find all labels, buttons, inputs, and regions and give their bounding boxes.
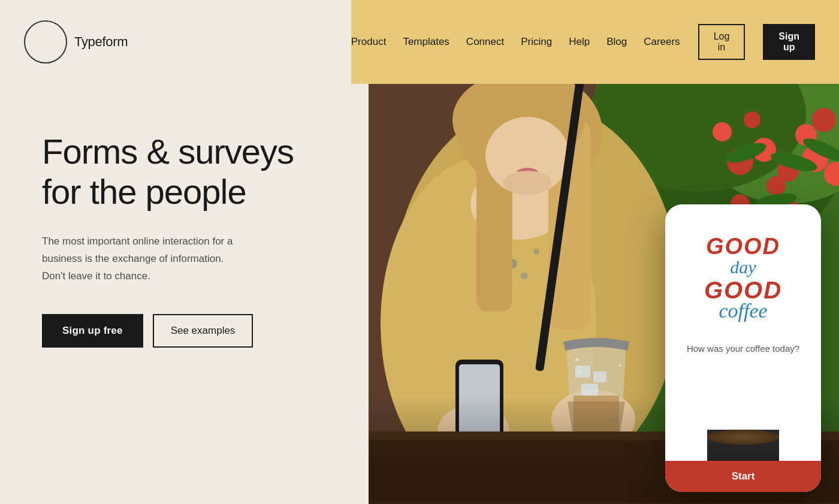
start-button[interactable]: Start: [665, 461, 821, 492]
nav-item-pricing[interactable]: Pricing: [521, 36, 552, 48]
nav-item-templates[interactable]: Templates: [403, 36, 449, 48]
nav-link-help[interactable]: Help: [569, 36, 590, 47]
svg-point-13: [744, 111, 760, 128]
survey-question: How was your coffee today?: [687, 343, 799, 354]
logo[interactable]: Typeform: [24, 20, 128, 64]
nav-item-blog[interactable]: Blog: [606, 36, 627, 48]
svg-point-9: [766, 176, 786, 195]
hero-cta-group: Sign up free See examples: [42, 314, 333, 348]
svg-point-48: [578, 370, 581, 373]
brand-line1: GOOD: [706, 234, 780, 259]
nav-link-connect[interactable]: Connect: [466, 36, 504, 47]
nav-item-connect[interactable]: Connect: [466, 36, 504, 48]
svg-point-49: [619, 364, 622, 367]
nav-item-careers[interactable]: Careers: [644, 36, 680, 48]
brand-line4: coffee: [719, 300, 767, 322]
nav-link-product[interactable]: Product: [351, 36, 387, 47]
see-examples-button[interactable]: See examples: [153, 314, 253, 348]
svg-point-47: [575, 358, 579, 361]
svg-point-27: [533, 249, 539, 255]
header-left: Typeform: [0, 0, 351, 84]
nav-item-product[interactable]: Product: [351, 36, 387, 48]
brand-name: Typeform: [74, 34, 128, 50]
hero-title: Forms & surveys for the people: [42, 132, 333, 212]
brand-text-group: GOOD day GOOD coffee: [704, 234, 782, 322]
brand-line2: day: [730, 257, 756, 277]
photo-background: GOOD day GOOD coffee How was your coffee…: [369, 84, 839, 504]
phone-mockup: GOOD day GOOD coffee How was your coffee…: [665, 204, 821, 492]
hero-image-section: GOOD day GOOD coffee How was your coffee…: [369, 84, 839, 504]
logo-circle: [24, 20, 67, 64]
svg-rect-43: [575, 366, 590, 378]
coffee-surface: [707, 430, 779, 445]
nav-link-pricing[interactable]: Pricing: [521, 36, 552, 47]
hero-subtitle: The most important online interaction fo…: [42, 233, 246, 285]
nav-item-help[interactable]: Help: [569, 36, 590, 48]
svg-point-12: [713, 122, 732, 141]
svg-point-25: [521, 272, 528, 279]
phone-content: GOOD day GOOD coffee How was your coffee…: [665, 204, 821, 492]
signup-hero-button[interactable]: Sign up free: [42, 314, 143, 348]
header-right: Product Templates Connect Pricing Help B…: [351, 0, 839, 84]
svg-rect-45: [581, 384, 598, 396]
nav-link-careers[interactable]: Careers: [644, 36, 680, 47]
nav-link-blog[interactable]: Blog: [606, 36, 627, 47]
hero-section: Forms & surveys for the people The most …: [0, 84, 839, 504]
nav-link-templates[interactable]: Templates: [403, 36, 449, 47]
header: Typeform Product Templates Connect Prici…: [0, 0, 839, 84]
svg-point-11: [812, 108, 836, 132]
svg-point-35: [503, 171, 551, 195]
svg-rect-44: [593, 372, 606, 382]
coffee-brand-logo: GOOD day GOOD coffee: [704, 234, 782, 322]
hero-left-content: Forms & surveys for the people The most …: [0, 84, 369, 504]
main-nav: Product Templates Connect Pricing Help B…: [351, 36, 680, 48]
signup-nav-button[interactable]: Sign up: [763, 24, 815, 60]
login-button[interactable]: Log in: [698, 24, 746, 60]
